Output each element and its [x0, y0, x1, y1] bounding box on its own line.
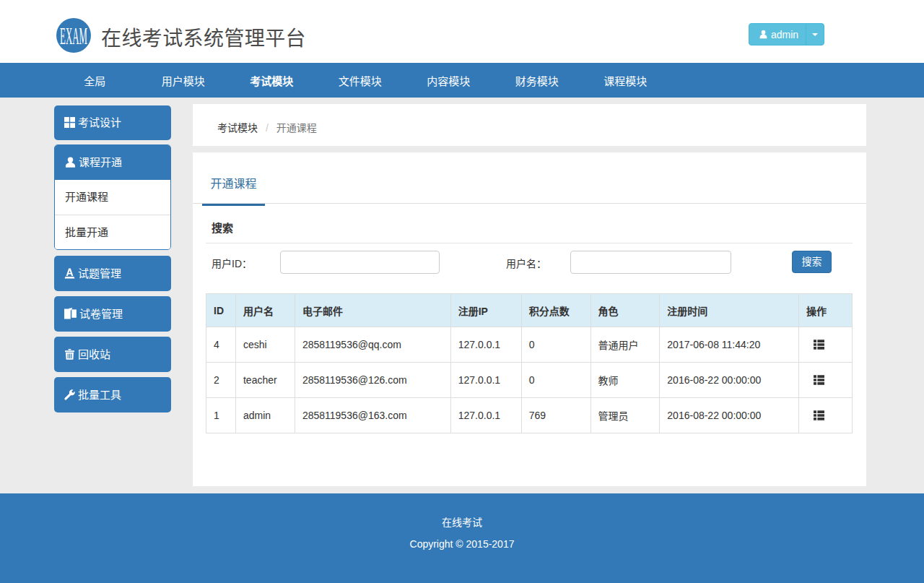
svg-text:EXAM: EXAM — [60, 23, 87, 49]
